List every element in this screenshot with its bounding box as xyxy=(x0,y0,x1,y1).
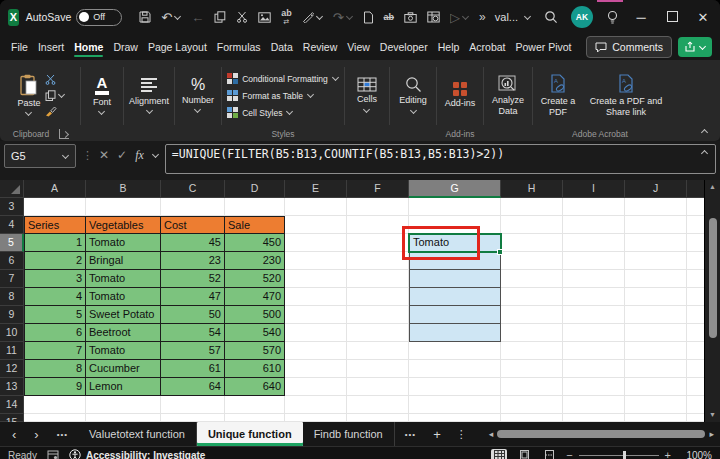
cell-A12[interactable]: 8 xyxy=(24,360,86,378)
cell-C10[interactable]: 54 xyxy=(161,324,225,342)
tab-review[interactable]: Review xyxy=(298,35,342,59)
font-button[interactable]: A Font xyxy=(93,75,111,116)
sheet-tab-findb-function[interactable]: Findb function xyxy=(303,422,395,446)
cell-C11[interactable]: 57 xyxy=(161,342,225,360)
cell-C13[interactable]: 64 xyxy=(161,378,225,396)
cell-I8[interactable] xyxy=(563,288,625,306)
cell-I6[interactable] xyxy=(563,252,625,270)
cell-C5[interactable]: 45 xyxy=(161,234,225,252)
cell-H14[interactable] xyxy=(501,396,563,414)
zoom-level[interactable]: 100% xyxy=(680,450,712,459)
cell-I13[interactable] xyxy=(563,378,625,396)
paste-button[interactable]: Paste xyxy=(17,74,40,117)
tab-file[interactable]: File xyxy=(6,35,33,59)
cell-F8[interactable] xyxy=(347,288,409,306)
cell-I5[interactable] xyxy=(563,234,625,252)
search-icon[interactable] xyxy=(544,10,558,24)
copy-button[interactable] xyxy=(45,89,65,102)
sheet-tab-unique-function[interactable]: Unique function xyxy=(197,422,303,446)
cell-J5[interactable] xyxy=(625,234,687,252)
cell-J9[interactable] xyxy=(625,306,687,324)
row-header-8[interactable]: 8 xyxy=(0,288,24,306)
tab-data[interactable]: Data xyxy=(266,35,298,59)
cut-icon[interactable] xyxy=(234,7,250,27)
cell-C15[interactable] xyxy=(161,414,225,422)
cell-E9[interactable] xyxy=(285,306,347,324)
column-header-C[interactable]: C xyxy=(161,180,225,198)
cell-B15[interactable] xyxy=(86,414,161,422)
cell-E5[interactable] xyxy=(285,234,347,252)
cell-F7[interactable] xyxy=(347,270,409,288)
row-header-5[interactable]: 5 xyxy=(0,234,24,252)
cell-J7[interactable] xyxy=(625,270,687,288)
cell-D11[interactable]: 570 xyxy=(225,342,285,360)
column-header-F[interactable]: F xyxy=(347,180,409,198)
cell-E12[interactable] xyxy=(285,360,347,378)
create-pdf-button[interactable]: A Create a PDF xyxy=(537,74,579,117)
sheet-list-more-icon[interactable]: ••• xyxy=(397,430,424,439)
autosave-toggle[interactable]: AutoSave Off xyxy=(26,9,123,26)
column-header-A[interactable]: A xyxy=(24,180,86,198)
sheet-nav-more-icon[interactable]: ••• xyxy=(49,430,76,439)
share-button[interactable] xyxy=(678,37,712,57)
cell-I3[interactable] xyxy=(563,198,625,216)
cell-F10[interactable] xyxy=(347,324,409,342)
cell-I12[interactable] xyxy=(563,360,625,378)
cell-B8[interactable]: Tomato xyxy=(86,288,161,306)
cell-I4[interactable] xyxy=(563,216,625,234)
autosave-switch[interactable]: Off xyxy=(76,9,122,26)
cell-D5[interactable]: 450 xyxy=(225,234,285,252)
cell-G4[interactable] xyxy=(409,216,501,234)
row-header-3[interactable]: 3 xyxy=(0,198,24,216)
format-as-table-button[interactable]: Format as Table xyxy=(227,88,314,104)
cell-H9[interactable] xyxy=(501,306,563,324)
cell-E3[interactable] xyxy=(285,198,347,216)
macro-record-icon[interactable] xyxy=(47,450,59,459)
cell-B11[interactable]: Tomato xyxy=(86,342,161,360)
cancel-icon[interactable]: ✕ xyxy=(99,148,109,162)
back-icon[interactable]: ← xyxy=(189,7,206,27)
cell-H10[interactable] xyxy=(501,324,563,342)
alignment-button[interactable]: Alignment xyxy=(129,76,169,116)
tab-draw[interactable]: Draw xyxy=(108,35,143,59)
tab-help[interactable]: Help xyxy=(433,35,465,59)
cell-F12[interactable] xyxy=(347,360,409,378)
vertical-scroll-thumb[interactable] xyxy=(709,218,717,338)
zoom-in-icon[interactable]: + xyxy=(665,449,671,459)
cell-E14[interactable] xyxy=(285,396,347,414)
cell-G12[interactable] xyxy=(409,360,501,378)
row-header-11[interactable]: 11 xyxy=(0,342,24,360)
cell-G14[interactable] xyxy=(409,396,501,414)
formula-input[interactable]: =UNIQUE(FILTER(B5:B13,COUNTIF(B5:B13,B5:… xyxy=(165,144,716,174)
comments-button[interactable]: Comments xyxy=(586,36,672,58)
row-header-13[interactable]: 13 xyxy=(0,378,24,396)
cell-J4[interactable] xyxy=(625,216,687,234)
cell-J8[interactable] xyxy=(625,288,687,306)
cell-G15[interactable] xyxy=(409,414,501,422)
create-pdf-share-link-button[interactable]: A Create a PDF and Share link xyxy=(589,74,663,117)
column-header-G[interactable]: G xyxy=(409,180,501,198)
cell-F9[interactable] xyxy=(347,306,409,324)
tab-page-layout[interactable]: Page Layout xyxy=(143,35,212,59)
cell-H11[interactable] xyxy=(501,342,563,360)
tab-home[interactable]: Home xyxy=(69,35,108,59)
dialog-launcher-icon[interactable] xyxy=(59,129,69,139)
cell-C3[interactable] xyxy=(161,198,225,216)
window-title[interactable]: val... xyxy=(495,11,531,23)
scroll-up-icon[interactable]: ▲ xyxy=(705,182,720,192)
tab-developer[interactable]: Developer xyxy=(375,35,433,59)
cut-button[interactable] xyxy=(45,73,56,86)
cell-H13[interactable] xyxy=(501,378,563,396)
column-header-H[interactable]: H xyxy=(501,180,563,198)
cell-H8[interactable] xyxy=(501,288,563,306)
insert-function-icon[interactable]: fx xyxy=(135,148,144,163)
cell-F11[interactable] xyxy=(347,342,409,360)
undo-icon[interactable]: ↶ xyxy=(159,7,183,27)
cell-A3[interactable] xyxy=(24,198,86,216)
cell-C6[interactable]: 23 xyxy=(161,252,225,270)
cell-A15[interactable] xyxy=(24,414,86,422)
cell-C8[interactable]: 47 xyxy=(161,288,225,306)
cell-G7[interactable] xyxy=(409,270,501,288)
cell-A14[interactable] xyxy=(24,396,86,414)
sheet-nav-next-icon[interactable]: › xyxy=(26,427,46,442)
